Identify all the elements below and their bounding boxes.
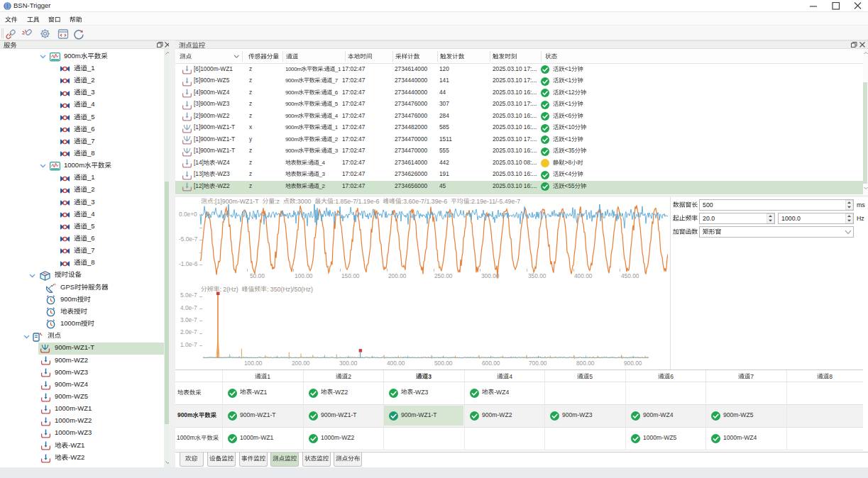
svg-text:50.00: 50.00 [250, 273, 265, 279]
svg-text:900m-WZ1-T: 900m-WZ1-T [55, 344, 94, 351]
svg-text:_1: _1 [331, 124, 339, 130]
svg-text:<10: <10 [565, 124, 575, 130]
svg-text:900.00: 900.00 [624, 360, 642, 367]
svg-text:4.0e-7: 4.0e-7 [180, 305, 197, 311]
svg-text:2734476000: 2734476000 [395, 101, 428, 107]
svg-text:3.0e-7: 3.0e-7 [180, 317, 197, 323]
svg-text:_5: _5 [331, 101, 339, 107]
svg-text:_5: _5 [87, 113, 95, 121]
svg-text::: : [323, 66, 324, 72]
svg-text:z: z [249, 183, 252, 189]
svg-text::: : [320, 77, 322, 84]
svg-text:_7: _7 [331, 77, 339, 84]
svg-text:2734656000: 2734656000 [395, 183, 428, 189]
svg-text:17:02:47: 17:02:47 [342, 148, 366, 154]
svg-text:17:02:47: 17:02:47 [342, 124, 366, 130]
svg-text:_1: _1 [87, 174, 95, 181]
svg-text:-5.0e-7: -5.0e-7 [179, 236, 198, 243]
svg-text:z: z [249, 113, 252, 119]
svg-text:2734440000: 2734440000 [395, 89, 428, 96]
svg-text:1000m-WZ3: 1000m-WZ3 [55, 429, 92, 436]
svg-text:120: 120 [439, 66, 449, 72]
svg-text:250.00: 250.00 [434, 273, 453, 279]
svg-text:[1]900m-WZ1-T: [1]900m-WZ1-T [194, 124, 235, 130]
svg-text:900m-WZ3: 900m-WZ3 [55, 369, 88, 376]
svg-text:350.00: 350.00 [528, 273, 546, 279]
svg-text:900m: 900m [285, 77, 299, 84]
svg-text:x: x [249, 124, 253, 130]
svg-text:700.00: 700.00 [529, 360, 547, 367]
svg-text:<6: <6 [565, 113, 572, 119]
svg-text:_2: _2 [87, 186, 95, 193]
svg-text:400.00: 400.00 [574, 273, 593, 279]
svg-text:900m-WZ3: 900m-WZ3 [562, 411, 593, 418]
svg-text:1000m-WZ5: 1000m-WZ5 [643, 434, 676, 441]
svg-text:[3]900m-WZ3: [3]900m-WZ3 [194, 101, 230, 107]
svg-text:[1]900m-WZ1-T: [1]900m-WZ1-T [194, 136, 235, 143]
svg-text:<4: <4 [565, 171, 572, 177]
svg-text:3: 3 [428, 373, 432, 380]
svg-text:2025.03.10 17:...: 2025.03.10 17:... [493, 101, 537, 107]
svg-text:17:02:47: 17:02:47 [342, 160, 366, 166]
svg-text:0.0e+0: 0.0e+0 [179, 211, 197, 218]
svg-text:284: 284 [439, 113, 449, 119]
svg-text:z: z [249, 160, 252, 166]
svg-text:900m-WZ1-T: 900m-WZ1-T [240, 411, 276, 418]
svg-text:[5]900m-WZ5: [5]900m-WZ5 [194, 77, 230, 84]
svg-text:-WZ1: -WZ1 [252, 389, 267, 396]
svg-text:1000m-WZ1: 1000m-WZ1 [55, 405, 92, 412]
svg-text:1000m-WZ2: 1000m-WZ2 [55, 417, 92, 424]
svg-text:100.00: 100.00 [295, 273, 313, 279]
svg-text:1: 1 [267, 373, 270, 380]
svg-text:8: 8 [829, 373, 833, 380]
svg-text:_2: _2 [87, 77, 95, 84]
svg-text:2: 2 [348, 373, 351, 380]
svg-text:_3: _3 [318, 171, 325, 177]
svg-text:<1: <1 [565, 77, 572, 84]
svg-text:1000m: 1000m [285, 66, 302, 72]
svg-text:191: 191 [439, 171, 449, 177]
svg-text:5: 5 [589, 373, 593, 380]
svg-text:<12: <12 [565, 89, 575, 96]
svg-text:_4: _4 [87, 211, 95, 218]
svg-text:450.00: 450.00 [621, 273, 639, 279]
svg-text:z: z [249, 66, 252, 72]
svg-text:1.0e-7: 1.0e-7 [180, 342, 197, 348]
svg-text:500: 500 [703, 201, 713, 209]
svg-text:555: 555 [439, 148, 449, 154]
svg-text:900m: 900m [285, 124, 299, 130]
svg-text:2025.03.10 08:...: 2025.03.10 08:... [493, 160, 537, 166]
svg-text:44: 44 [439, 89, 446, 96]
svg-text:z: z [249, 101, 252, 107]
svg-text:-WZ3: -WZ3 [215, 171, 230, 177]
svg-text:2025.03.10 16:...: 2025.03.10 16:... [493, 89, 537, 96]
svg-text:BSN-Trigger: BSN-Trigger [13, 2, 50, 9]
svg-text:900m: 900m [285, 136, 299, 143]
svg-text:900m: 900m [285, 89, 299, 96]
svg-text:z: z [249, 171, 252, 177]
svg-text:_8: _8 [87, 150, 95, 157]
svg-text:45: 45 [439, 183, 446, 189]
svg-text:900m-WZ1-T: 900m-WZ1-T [321, 411, 357, 418]
svg-text:2734614000: 2734614000 [395, 66, 428, 72]
svg-text:-WZ4: -WZ4 [215, 160, 230, 166]
svg-text::: : [307, 171, 308, 177]
svg-text:900m: 900m [285, 113, 299, 119]
svg-text:900m-WZ5: 900m-WZ5 [55, 393, 88, 400]
svg-text::: : [320, 136, 322, 143]
svg-text:900m: 900m [60, 296, 77, 303]
svg-text:2734470000: 2734470000 [395, 148, 428, 154]
svg-text:2025.03.10 16:...: 2025.03.10 16:... [493, 124, 537, 130]
svg-text:900m: 900m [177, 412, 192, 418]
svg-text:2.0e-7: 2.0e-7 [180, 329, 197, 335]
svg-text:<1: <1 [565, 136, 572, 143]
svg-text:-WZ2: -WZ2 [215, 183, 230, 189]
svg-text:900m-WZ2: 900m-WZ2 [55, 357, 88, 364]
svg-text:2025.03.10 17:...: 2025.03.10 17:... [493, 66, 537, 72]
svg-text::: : [320, 89, 322, 96]
svg-text::: : [320, 148, 322, 154]
svg-text:-WZ4: -WZ4 [494, 389, 509, 396]
svg-text:1511: 1511 [439, 136, 452, 143]
svg-text:200.00: 200.00 [388, 273, 407, 279]
svg-text:2734482000: 2734482000 [395, 124, 428, 130]
